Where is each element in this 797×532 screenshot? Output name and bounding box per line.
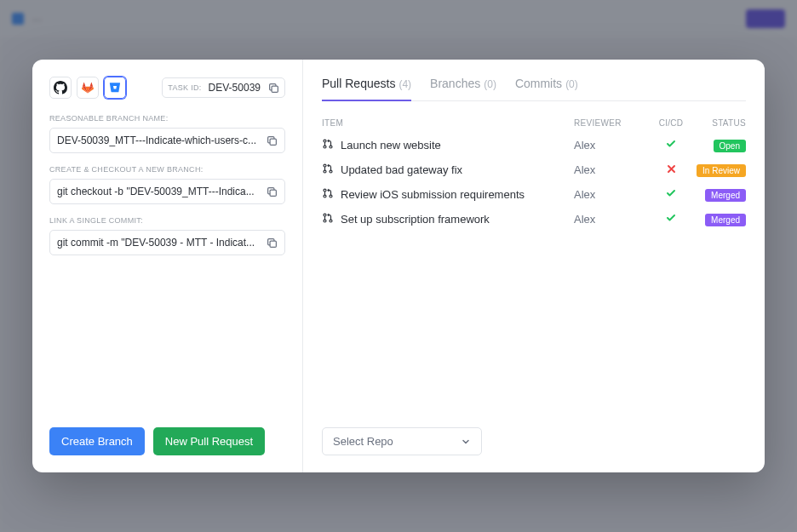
svg-point-14 xyxy=(324,220,326,222)
table-row[interactable]: Review iOS submission requirementsAlexMe… xyxy=(322,182,746,207)
status-badge: Merged xyxy=(705,189,746,202)
cicd-cell xyxy=(647,212,695,226)
reviewer-cell: Alex xyxy=(574,188,647,201)
task-id-value: DEV-50039 xyxy=(209,82,261,94)
tab-count: (0) xyxy=(565,78,578,90)
commit-input[interactable]: git commit -m "DEV-50039 - MTT - Indicat… xyxy=(49,230,285,255)
col-reviewer: REVIEWER xyxy=(574,118,647,128)
col-cicd: CI/CD xyxy=(647,118,695,128)
item-cell: Set up subscription framework xyxy=(322,212,574,226)
tab-label: Commits xyxy=(515,77,562,90)
bitbucket-icon[interactable] xyxy=(104,77,126,99)
tab-commits[interactable]: Commits(0) xyxy=(515,77,578,100)
status-cell: In Review xyxy=(695,163,746,177)
tab-pull-requests[interactable]: Pull Requests(4) xyxy=(322,77,411,101)
svg-rect-1 xyxy=(270,139,276,145)
status-cell: Merged xyxy=(695,213,746,226)
pr-icon xyxy=(322,212,334,226)
svg-point-10 xyxy=(324,189,326,192)
table-row[interactable]: Launch new websiteAlexOpen xyxy=(322,133,746,157)
copy-icon[interactable] xyxy=(266,186,278,197)
svg-point-15 xyxy=(330,220,332,222)
copy-icon[interactable] xyxy=(266,134,278,146)
modal-left-panel: TASK ID: DEV-50039 REASONABLE BRANCH NAM… xyxy=(32,60,303,472)
commit-label: LINK A SINGLE COMMIT: xyxy=(49,216,285,225)
svg-point-4 xyxy=(324,140,326,142)
task-id-label: TASK ID: xyxy=(168,83,201,92)
svg-point-9 xyxy=(330,170,332,173)
cicd-cell xyxy=(647,163,695,177)
pr-title: Launch new website xyxy=(341,139,441,152)
pr-icon xyxy=(322,138,334,152)
new-pr-button[interactable]: New Pull Request xyxy=(153,427,265,455)
status-cell: Merged xyxy=(695,188,746,202)
svg-rect-0 xyxy=(272,86,278,92)
select-repo-label: Select Repo xyxy=(333,435,393,448)
reviewer-cell: Alex xyxy=(574,163,647,176)
checkout-input[interactable]: git checkout -b "DEV-50039_MTT---Indica.… xyxy=(49,179,285,204)
pr-title: Set up subscription framework xyxy=(341,213,490,226)
gitlab-icon[interactable] xyxy=(77,77,99,99)
svg-point-12 xyxy=(330,195,332,197)
tab-branches[interactable]: Branches(0) xyxy=(430,77,496,100)
checkout-label: CREATE & CHECKOUT A NEW BRANCH: xyxy=(49,165,285,174)
pr-icon xyxy=(322,187,334,202)
tab-count: (4) xyxy=(398,78,411,90)
chevron-down-icon xyxy=(461,437,471,447)
tab-count: (0) xyxy=(484,78,496,90)
pr-title: Updated bad gateway fix xyxy=(341,163,462,176)
github-icon[interactable] xyxy=(49,77,72,99)
tab-label: Pull Requests xyxy=(322,77,395,90)
svg-rect-3 xyxy=(270,241,276,247)
cicd-cell xyxy=(647,138,695,152)
table-row[interactable]: Updated bad gateway fixAlexIn Review xyxy=(322,157,746,182)
status-badge: Open xyxy=(714,140,746,152)
item-cell: Review iOS submission requirements xyxy=(322,187,574,202)
item-cell: Launch new website xyxy=(322,138,574,152)
status-badge: Merged xyxy=(705,214,746,226)
col-status: STATUS xyxy=(695,118,746,128)
cicd-cell xyxy=(647,187,695,202)
svg-point-13 xyxy=(324,214,326,216)
svg-point-6 xyxy=(330,146,332,148)
create-branch-button[interactable]: Create Branch xyxy=(49,427,145,455)
pr-title: Review iOS submission requirements xyxy=(341,188,525,201)
select-repo-dropdown[interactable]: Select Repo xyxy=(322,427,482,455)
svg-point-7 xyxy=(324,164,326,167)
table-body: Launch new websiteAlexOpenUpdated bad ga… xyxy=(322,133,746,232)
tab-label: Branches xyxy=(430,77,480,90)
branch-name-input[interactable]: DEV-50039_MTT---Indicate-which-users-c..… xyxy=(49,128,285,153)
status-badge: In Review xyxy=(697,164,746,177)
reviewer-cell: Alex xyxy=(574,139,647,152)
svg-rect-2 xyxy=(270,190,276,196)
table-row[interactable]: Set up subscription frameworkAlexMerged xyxy=(322,207,746,232)
svg-point-8 xyxy=(324,170,326,173)
svg-point-5 xyxy=(324,146,326,148)
branch-name-label: REASONABLE BRANCH NAME: xyxy=(49,114,285,123)
provider-icons xyxy=(49,77,126,99)
reviewer-cell: Alex xyxy=(574,213,647,226)
copy-icon[interactable] xyxy=(266,237,278,249)
col-item: ITEM xyxy=(322,118,574,128)
tabs: Pull Requests(4)Branches(0)Commits(0) xyxy=(322,77,746,101)
copy-icon[interactable] xyxy=(267,82,279,94)
table-header: ITEM REVIEWER CI/CD STATUS xyxy=(322,113,746,133)
svg-point-11 xyxy=(324,195,326,197)
pr-icon xyxy=(322,163,334,177)
item-cell: Updated bad gateway fix xyxy=(322,163,574,177)
status-cell: Open xyxy=(695,139,746,152)
task-id-box: TASK ID: DEV-50039 xyxy=(162,77,285,98)
modal-right-panel: Pull Requests(4)Branches(0)Commits(0) IT… xyxy=(303,60,765,472)
git-modal: TASK ID: DEV-50039 REASONABLE BRANCH NAM… xyxy=(32,60,765,472)
